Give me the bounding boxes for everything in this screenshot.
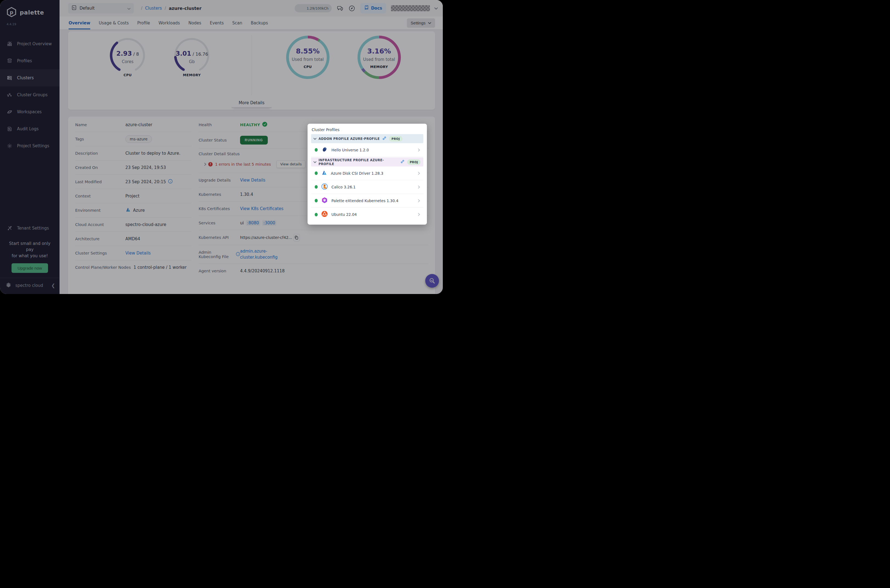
azure-logo-icon [321,170,327,177]
chevron-right-icon [417,213,420,216]
link-icon[interactable] [400,159,405,165]
scope-badge: PROJ [407,159,420,165]
status-dot [315,171,318,175]
chevron-right-icon [417,185,420,188]
addon-profile-section-header[interactable]: ADDON PROFILE AZURE-PROFILE PROJ [311,134,423,143]
profile-row-azure-disk-csi[interactable]: Azure Disk CSI Driver 1.28.3 [311,166,423,180]
profile-row-ubuntu[interactable]: Ubuntu 22.04 [311,208,423,221]
status-dot [315,185,318,189]
chevron-down-icon [313,160,316,163]
profile-row-palette-extended-kubernetes[interactable]: Palette eXtended Kubernetes 1.30.4 [311,194,423,208]
popup-title: Cluster Profiles [312,128,423,132]
status-dot [315,199,318,202]
cluster-profiles-popup: Cluster Profiles ADDON PROFILE AZURE-PRO… [308,124,427,225]
status-dot [315,213,318,216]
chevron-down-icon [313,136,316,140]
scope-badge: PROJ [389,136,402,141]
status-dot [315,148,318,152]
pxk-hexagon-icon [321,197,328,205]
hello-universe-icon [321,146,328,154]
app-window: p palette 4.4.19 Project Overview Profil… [0,0,443,294]
chevron-right-icon [417,148,420,152]
calico-icon [321,183,328,191]
profile-row-hello-universe[interactable]: Hello Universe 1.2.0 [311,143,423,157]
chevron-right-icon [417,172,420,175]
infrastructure-profile-section-header[interactable]: INFRASTRUCTURE PROFILE AZURE-PROFILE PRO… [311,158,423,166]
link-icon[interactable] [382,136,387,141]
ubuntu-icon [321,211,328,218]
chevron-right-icon [417,199,420,202]
profile-row-calico[interactable]: Calico 3.26.1 [311,180,423,194]
